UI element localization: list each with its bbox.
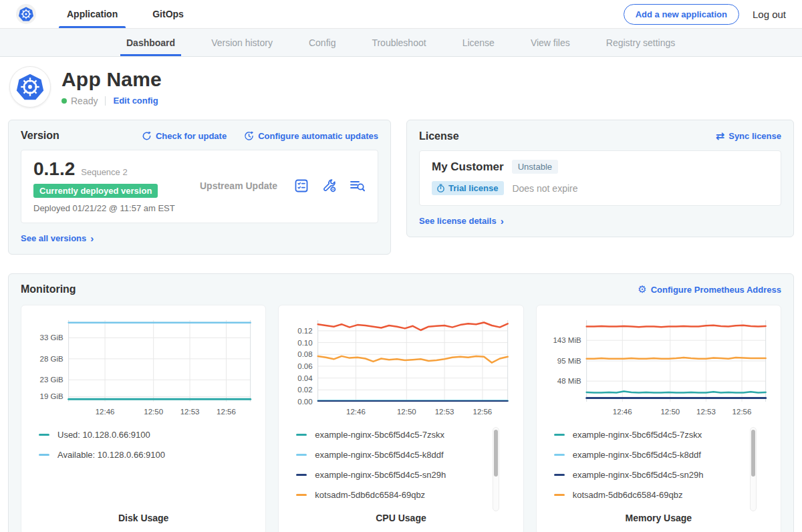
svg-text:12:46: 12:46 bbox=[346, 408, 366, 416]
sub-tab-registry-settings[interactable]: Registry settings bbox=[588, 29, 693, 56]
legend-label: example-nginx-5bc6f5d4c5-7zskx bbox=[315, 430, 444, 440]
page-title: App Name bbox=[61, 68, 162, 91]
stopwatch-icon bbox=[436, 184, 445, 192]
summary-cards-row: Version Check for update Configure au bbox=[0, 114, 802, 255]
svg-text:12:46: 12:46 bbox=[96, 408, 115, 416]
legend-swatch bbox=[554, 434, 565, 436]
chart-title: Disk Usage bbox=[29, 510, 257, 527]
sub-tab-view-files[interactable]: View files bbox=[513, 29, 588, 56]
legend-item: kotsadm-5db6dc6584-69qbz bbox=[554, 490, 773, 500]
svg-text:0.02: 0.02 bbox=[298, 386, 313, 394]
monitoring-panel: Monitoring ⚙ Configure Prometheus Addres… bbox=[8, 273, 794, 532]
logout-button[interactable]: Log out bbox=[753, 9, 786, 20]
legend-label: Available: 10.128.0.66:9100 bbox=[57, 450, 165, 460]
config-wrench-icon[interactable] bbox=[321, 178, 338, 194]
legend-item: Available: 10.128.0.66:9100 bbox=[39, 450, 257, 460]
scrollbar-thumb[interactable] bbox=[494, 430, 498, 477]
see-license-details-link[interactable]: See license details › bbox=[419, 216, 504, 226]
svg-text:95 MiB: 95 MiB bbox=[557, 357, 581, 365]
svg-text:12:53: 12:53 bbox=[696, 408, 716, 416]
legend-label: kotsadm-5db6dc6584-69qbz bbox=[315, 490, 425, 500]
scrollbar-thumb[interactable] bbox=[751, 430, 755, 477]
sync-icon: ⇄ bbox=[716, 130, 724, 142]
version-card-title: Version bbox=[21, 130, 59, 142]
svg-text:0.10: 0.10 bbox=[298, 339, 313, 347]
license-summary-row: My Customer Unstable Trial license Does … bbox=[419, 150, 781, 206]
app-sub-nav: DashboardVersion historyConfigTroublesho… bbox=[0, 29, 802, 57]
gear-icon: ⚙ bbox=[638, 283, 646, 295]
sub-tab-license[interactable]: License bbox=[444, 29, 513, 56]
legend-label: kotsadm-5db6dc6584-69qbz bbox=[573, 490, 683, 500]
legend-scrollbar[interactable] bbox=[493, 427, 499, 511]
add-application-button[interactable]: Add a new application bbox=[624, 4, 739, 25]
release-type-label: Upstream Update bbox=[192, 180, 293, 191]
sub-tab-dashboard[interactable]: Dashboard bbox=[108, 29, 193, 56]
status-dot bbox=[61, 98, 67, 104]
kubernetes-logo-icon bbox=[16, 4, 36, 24]
chart-card-disk-usage: 33 GiB28 GiB23 GiB19 GiB12:4612:5012:531… bbox=[21, 305, 266, 532]
legend-label: example-nginx-5bc6f5d4c5-k8ddf bbox=[573, 450, 701, 460]
chevron-right-icon: › bbox=[501, 216, 504, 226]
view-logs-icon[interactable] bbox=[349, 178, 366, 194]
chart-plot: 143 MiB95 MiB48 MiB12:4612:5012:5312:56 bbox=[545, 313, 773, 419]
legend-item: example-nginx-5bc6f5d4c5-k8ddf bbox=[296, 450, 515, 460]
svg-text:0.04: 0.04 bbox=[298, 374, 313, 382]
legend-scrollbar[interactable] bbox=[750, 427, 757, 511]
chevron-right-icon: › bbox=[90, 233, 94, 243]
license-type-badge: Trial license bbox=[432, 181, 504, 195]
legend-item: example-nginx-5bc6f5d4c5-sn29h bbox=[554, 470, 773, 480]
svg-text:12:56: 12:56 bbox=[732, 408, 751, 416]
top-tab-gitops[interactable]: GitOps bbox=[150, 0, 186, 28]
legend-label: example-nginx-5bc6f5d4c5-sn29h bbox=[315, 470, 446, 480]
sync-license-link[interactable]: ⇄ Sync license bbox=[716, 130, 781, 142]
svg-text:12:53: 12:53 bbox=[435, 408, 454, 416]
svg-text:23 GiB: 23 GiB bbox=[39, 376, 63, 384]
sub-tab-version-history[interactable]: Version history bbox=[193, 29, 291, 56]
svg-text:0.12: 0.12 bbox=[298, 327, 313, 335]
svg-text:19 GiB: 19 GiB bbox=[39, 392, 63, 400]
configure-automatic-updates-link[interactable]: Configure automatic updates bbox=[244, 131, 378, 141]
status-text: Ready bbox=[71, 96, 98, 106]
legend-swatch bbox=[296, 494, 307, 496]
deployed-badge: Currently deployed version bbox=[33, 184, 158, 198]
sub-tab-troubleshoot[interactable]: Troubleshoot bbox=[354, 29, 444, 56]
sub-tab-config[interactable]: Config bbox=[291, 29, 354, 56]
chart-plot: 33 GiB28 GiB23 GiB19 GiB12:4612:5012:531… bbox=[29, 313, 257, 419]
version-number: 0.1.2 bbox=[33, 158, 75, 180]
legend-item: example-nginx-5bc6f5d4c5-7zskx bbox=[296, 430, 515, 440]
legend-item: Used: 10.128.0.66:9100 bbox=[39, 430, 257, 440]
legend-swatch bbox=[554, 474, 565, 476]
see-all-versions-link[interactable]: See all versions › bbox=[21, 233, 94, 243]
svg-text:12:50: 12:50 bbox=[660, 408, 680, 416]
edit-config-link[interactable]: Edit config bbox=[113, 96, 158, 106]
schedule-update-icon bbox=[244, 131, 254, 141]
top-nav-tabs: ApplicationGitOps bbox=[64, 0, 186, 28]
svg-text:12:50: 12:50 bbox=[144, 408, 163, 416]
legend-swatch bbox=[39, 434, 49, 436]
divider bbox=[105, 96, 106, 106]
deployed-timestamp: Deployed 01/21/22 @ 11:57 am EST bbox=[33, 203, 192, 213]
release-notes-icon[interactable] bbox=[293, 178, 309, 194]
svg-text:12:46: 12:46 bbox=[613, 408, 632, 416]
chart-plot: 0.120.100.080.060.040.020.0012:4612:5012… bbox=[287, 313, 515, 419]
svg-text:12:53: 12:53 bbox=[180, 408, 200, 416]
app-header: App Name Ready Edit config bbox=[0, 57, 802, 114]
chart-legend: Used: 10.128.0.66:9100Available: 10.128.… bbox=[29, 430, 257, 510]
top-nav: ApplicationGitOps Add a new application … bbox=[0, 0, 802, 29]
version-card: Version Check for update Configure au bbox=[8, 120, 391, 255]
chart-legend: example-nginx-5bc6f5d4c5-7zskxexample-ng… bbox=[287, 430, 515, 510]
check-for-update-link[interactable]: Check for update bbox=[142, 131, 227, 141]
legend-swatch bbox=[554, 494, 565, 496]
legend-swatch bbox=[554, 454, 565, 456]
legend-swatch bbox=[39, 454, 49, 456]
legend-item: example-nginx-5bc6f5d4c5-7zskx bbox=[554, 430, 773, 440]
configure-prometheus-link[interactable]: ⚙ Configure Prometheus Address bbox=[638, 283, 781, 295]
top-tab-application[interactable]: Application bbox=[64, 0, 120, 28]
charts-row: 33 GiB28 GiB23 GiB19 GiB12:4612:5012:531… bbox=[21, 305, 781, 532]
chart-card-cpu-usage: 0.120.100.080.060.040.020.0012:4612:5012… bbox=[278, 305, 523, 532]
license-card: License ⇄ Sync license My Customer Unsta… bbox=[406, 120, 794, 237]
legend-swatch bbox=[296, 454, 307, 456]
chart-title: CPU Usage bbox=[287, 510, 515, 527]
legend-label: example-nginx-5bc6f5d4c5-sn29h bbox=[573, 470, 704, 480]
license-expiry: Does not expire bbox=[512, 183, 577, 194]
